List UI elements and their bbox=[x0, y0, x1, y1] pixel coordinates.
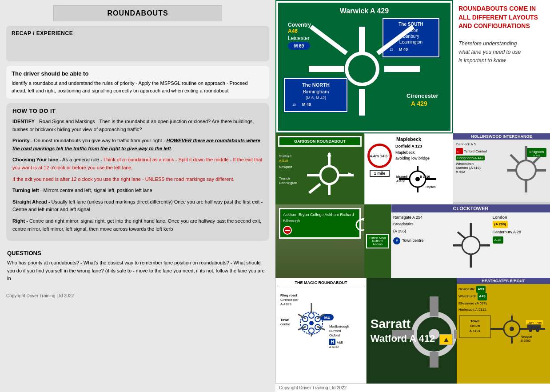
whitchurch2-text: Whitchurch bbox=[458, 293, 476, 300]
stafford-a519: Stafford (A 519) bbox=[456, 166, 503, 170]
choosing-text1: - As a general rule - bbox=[58, 157, 102, 162]
svg-text:Leicester: Leicester bbox=[288, 35, 310, 41]
recap-title: RECAP / EXPERIENCE bbox=[12, 30, 264, 36]
sarratt-text: Sarratt bbox=[371, 317, 453, 331]
svg-text:Newport: Newport bbox=[521, 335, 532, 339]
svg-text:M 69: M 69 bbox=[294, 44, 304, 48]
svg-text:centre: centre bbox=[470, 324, 480, 328]
svg-text:B 1016: B 1016 bbox=[420, 175, 430, 178]
svg-point-74 bbox=[356, 220, 364, 230]
svg-text:centre: centre bbox=[280, 322, 291, 326]
svg-point-131 bbox=[536, 328, 539, 332]
ellesmere-text: Ellesmere (A 528) bbox=[458, 300, 548, 307]
svg-text:A 518: A 518 bbox=[279, 159, 288, 163]
svg-text:Oxford: Oxford bbox=[329, 333, 340, 337]
identify-text1: - Road Signs and Markings - Then is the … bbox=[35, 119, 211, 124]
subtext-line1: Therefore understanding bbox=[458, 40, 517, 47]
right-text: - Centre and right mirror, signal right,… bbox=[12, 218, 261, 232]
svg-text:M4: M4 bbox=[324, 316, 330, 320]
svg-text:Leamington: Leamington bbox=[399, 40, 422, 44]
priority-text1: - On most roundabouts you give way to tr… bbox=[30, 138, 167, 143]
broadstairs: Broadstairs bbox=[393, 221, 449, 228]
svg-text:Burford: Burford bbox=[329, 329, 341, 333]
choosing-paragraph: Choosing Your lane - As a general rule -… bbox=[12, 156, 263, 172]
cannock: Cannock A 5 bbox=[456, 142, 503, 146]
right-panel: Warwick A 429 The SOUTH London Banbury L… bbox=[275, 0, 550, 392]
svg-rect-21 bbox=[359, 89, 365, 116]
svg-text:Bridgnorth: Bridgnorth bbox=[530, 150, 544, 154]
clocktower-sign: CLOCKTOWER Ramsgate A 254 Broadstairs (A… bbox=[391, 204, 550, 278]
svg-text:Town: Town bbox=[470, 319, 479, 323]
svg-text:15: 15 bbox=[390, 48, 393, 51]
svg-text:Cirencester: Cirencester bbox=[280, 298, 299, 302]
newcastle-text: Newcastle bbox=[458, 286, 475, 292]
askham-sign: Askham Bryan College Askham Richard Bilb… bbox=[275, 204, 364, 278]
straight-paragraph: Straight Ahead - Usually left lane (unle… bbox=[12, 198, 263, 214]
harlescott-text: Harlescott A 5112 bbox=[458, 307, 548, 313]
heathgates-sign: HEATHGATES R'BOUT Newcastle A53 Whitchur… bbox=[457, 278, 550, 384]
priority-end: . bbox=[171, 146, 172, 151]
magic-roundabout: THE MAGIC ROUNDABOUT Ring road Cirencest… bbox=[275, 278, 367, 384]
magic-title: THE MAGIC ROUNDABOUT bbox=[278, 280, 364, 286]
ramsgate: Ramsgate A 254 bbox=[393, 214, 449, 221]
sarratt-watford-sign: Sarratt Watford A 412 ▲ bbox=[367, 278, 457, 384]
straight-label: Straight Ahead bbox=[12, 199, 47, 204]
main-roundabout-sign: Warwick A 429 The SOUTH London Banbury L… bbox=[275, 0, 453, 133]
svg-text:Stafford: Stafford bbox=[279, 154, 291, 158]
svg-point-124 bbox=[510, 327, 514, 331]
a255: (A 255) bbox=[393, 228, 449, 235]
headline-line3: AND CONFIGURATIONS bbox=[458, 22, 530, 29]
svg-rect-20 bbox=[359, 27, 365, 53]
priority-paragraph: Priority - On most roundabouts you give … bbox=[12, 137, 263, 152]
dorfield: Dorfield A 123 bbox=[395, 144, 440, 150]
svg-text:M 40: M 40 bbox=[302, 102, 311, 107]
maplebeck-title: Maplebeck bbox=[367, 136, 450, 142]
headline-line1: ROUNDABOUTS COME IN bbox=[458, 5, 536, 12]
hollinswood-sign: HOLLINSWOOD INTERCHANGE Cannock A 5 = Te… bbox=[453, 133, 550, 204]
askham-text: Askham Bryan College Askham Richard Bilb… bbox=[283, 212, 357, 224]
garrison-title: GARRISON ROUNDABOUT bbox=[294, 139, 346, 144]
garrison-sign: GARRISON ROUNDABOUT Stafford A 518 Newpo… bbox=[275, 133, 364, 204]
svg-rect-22 bbox=[384, 66, 420, 72]
left-panel: ROUNDABOUTS RECAP / EXPERIENCE The drive… bbox=[0, 0, 275, 392]
priority-label: Priority bbox=[12, 138, 30, 143]
how-to-title: HOW TO DO IT bbox=[12, 108, 263, 114]
svg-text:Matwell: Matwell bbox=[396, 175, 407, 178]
subtext-line3: is important to know bbox=[458, 57, 506, 64]
driver-section: The driver should be able to Identify a … bbox=[6, 66, 269, 99]
svg-text:A&E: A&E bbox=[337, 341, 343, 344]
svg-text:Town: Town bbox=[280, 318, 289, 322]
svg-point-53 bbox=[415, 177, 420, 181]
svg-text:Newport: Newport bbox=[279, 165, 293, 169]
recap-section: RECAP / EXPERIENCE bbox=[6, 26, 269, 61]
copyright-left: Copyright Driver Training Ltd 2022 bbox=[6, 293, 269, 298]
avoiding: avoiding low bridge bbox=[395, 156, 440, 162]
heathgates-title: HEATHGATES R'BOUT bbox=[457, 278, 550, 284]
right-label: Right bbox=[12, 218, 25, 224]
a49-badge: A49 bbox=[478, 293, 487, 300]
questions-text: Who has priority at roundabouts? - What'… bbox=[7, 259, 268, 283]
svg-text:Warwick A 429: Warwick A 429 bbox=[340, 7, 389, 15]
straight-text: - Usually left lane (unless road marking… bbox=[12, 199, 263, 212]
whitchurch: Whitchurch bbox=[456, 162, 503, 166]
svg-point-98 bbox=[309, 321, 314, 325]
svg-text:A 442: A 442 bbox=[533, 154, 540, 157]
maplebeck-sign: Maplebeck 4.4m 14'6" 1 mile Dorfield A 1… bbox=[364, 133, 453, 204]
questions-section: QUESTIONS Who has priority at roundabout… bbox=[6, 245, 269, 287]
clifton-sign-photo: Clifton Moor Rufforth Acomb bbox=[364, 204, 391, 278]
choosing-label: Choosing Your lane bbox=[12, 157, 58, 162]
turning-paragraph: Turning left - Mirrors centre and left, … bbox=[12, 187, 263, 195]
right-paragraph: Right - Centre and right mirror, signal … bbox=[12, 217, 263, 233]
svg-text:A 429: A 429 bbox=[411, 100, 427, 107]
subtext-line2: what lane you need to use bbox=[458, 49, 521, 55]
bottom-row: THE MAGIC ROUNDABOUT Ring road Cirencest… bbox=[275, 278, 550, 384]
headline-line2: ALL DIFFERENT LAYOUTS bbox=[458, 14, 538, 21]
top-row: Warwick A 429 The SOUTH London Banbury L… bbox=[275, 0, 550, 133]
svg-rect-115 bbox=[430, 352, 438, 368]
svg-text:15: 15 bbox=[292, 103, 296, 106]
svg-text:Trench: Trench bbox=[279, 176, 290, 180]
svg-text:Hopton: Hopton bbox=[426, 185, 436, 189]
a53-badge: A53 bbox=[476, 286, 486, 293]
london: London bbox=[493, 214, 549, 221]
svg-text:Marlborough: Marlborough bbox=[329, 324, 349, 328]
